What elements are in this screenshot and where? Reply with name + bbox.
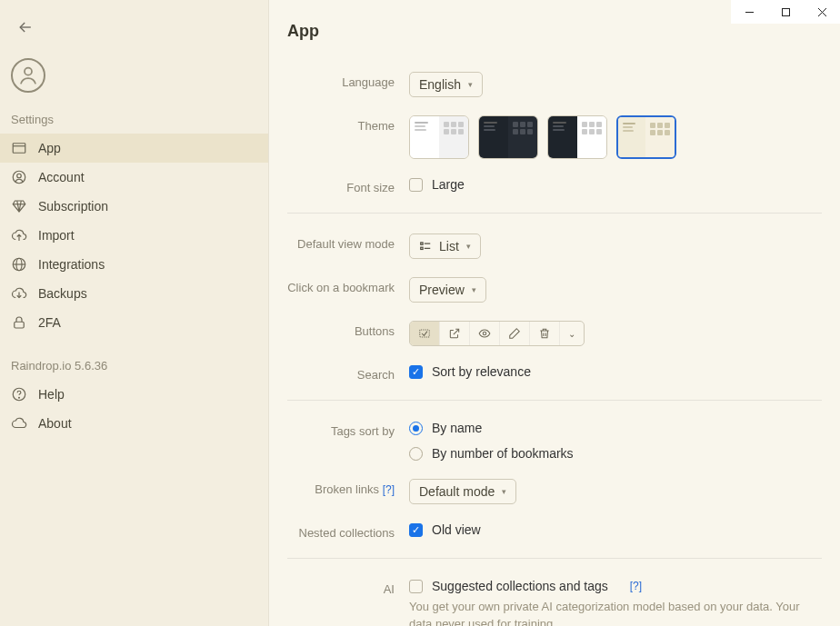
search-relevance-label: Sort by relevance bbox=[432, 364, 531, 379]
download-cloud-icon bbox=[11, 285, 27, 302]
cloud-icon bbox=[11, 415, 27, 432]
viewmode-select[interactable]: List▾ bbox=[409, 234, 481, 259]
ai-label: AI bbox=[287, 579, 409, 596]
clickbookmark-select[interactable]: Preview▾ bbox=[409, 277, 486, 303]
help-icon bbox=[11, 386, 27, 402]
svg-point-9 bbox=[17, 174, 22, 178]
theme-label: Theme bbox=[287, 115, 409, 133]
svg-point-17 bbox=[19, 397, 20, 398]
main-panel: App Language English▾ Theme bbox=[269, 0, 840, 626]
sidebar-item-label: Subscription bbox=[38, 199, 108, 214]
diamond-icon bbox=[11, 198, 27, 214]
tagssort-byname-label: By name bbox=[432, 421, 482, 435]
sidebar-item-label: 2FA bbox=[38, 315, 61, 330]
buttons-more-icon[interactable]: ⌄ bbox=[559, 322, 584, 345]
theme-sepia[interactable] bbox=[616, 115, 676, 159]
chevron-down-icon: ⌄ bbox=[568, 329, 575, 339]
buttons-label: Buttons bbox=[287, 321, 409, 338]
version-label: Raindrop.io 5.6.36 bbox=[0, 337, 268, 380]
sidebar-item-integrations[interactable]: Integrations bbox=[0, 250, 268, 279]
buttons-delete-icon[interactable] bbox=[529, 322, 559, 345]
sidebar-item-label: Help bbox=[38, 387, 65, 402]
brokenlinks-select[interactable]: Default mode▾ bbox=[409, 479, 516, 504]
nested-oldview-label: Old view bbox=[432, 522, 481, 537]
svg-rect-6 bbox=[13, 144, 25, 154]
sidebar-item-label: Account bbox=[38, 170, 85, 184]
avatar[interactable] bbox=[11, 58, 45, 93]
fontsize-label: Font size bbox=[287, 177, 409, 194]
back-button[interactable] bbox=[16, 18, 268, 36]
clickbookmark-label: Click on a bookmark bbox=[287, 277, 409, 294]
chevron-down-icon: ▾ bbox=[466, 242, 471, 251]
sidebar-item-about[interactable]: About bbox=[0, 409, 268, 438]
brokenlinks-label: Broken links [?] bbox=[287, 479, 409, 496]
globe-icon bbox=[11, 256, 27, 273]
tagssort-byname-radio[interactable] bbox=[409, 422, 423, 435]
search-label: Search bbox=[287, 364, 409, 382]
buttons-preview-icon[interactable] bbox=[469, 322, 499, 345]
svg-point-5 bbox=[25, 68, 32, 75]
nested-label: Nested collections bbox=[287, 522, 409, 540]
sidebar-item-app[interactable]: App bbox=[0, 134, 268, 163]
tagssort-bycount-label: By number of bookmarks bbox=[432, 446, 574, 461]
svg-rect-18 bbox=[421, 243, 423, 244]
brokenlinks-help[interactable]: [?] bbox=[383, 483, 395, 496]
sidebar-item-help[interactable]: Help bbox=[0, 380, 268, 409]
theme-light[interactable] bbox=[409, 115, 469, 159]
sidebar-item-label: About bbox=[38, 416, 72, 431]
buttons-open-icon[interactable] bbox=[439, 322, 469, 345]
svg-rect-1 bbox=[782, 8, 789, 15]
search-relevance-checkbox[interactable]: ✓ bbox=[409, 365, 423, 379]
svg-rect-20 bbox=[421, 247, 423, 249]
list-icon bbox=[419, 240, 432, 253]
upload-cloud-icon bbox=[11, 227, 27, 243]
nested-oldview-checkbox[interactable]: ✓ bbox=[409, 523, 423, 537]
language-select[interactable]: English▾ bbox=[409, 72, 483, 97]
theme-mixed[interactable] bbox=[547, 115, 607, 159]
ai-suggested-label: Suggested collections and tags bbox=[432, 579, 608, 593]
sidebar: Settings App Account Subscription Import… bbox=[0, 0, 269, 626]
ai-help[interactable]: [?] bbox=[630, 580, 642, 592]
sidebar-item-2fa[interactable]: 2FA bbox=[0, 308, 268, 337]
viewmode-label: Default view mode bbox=[287, 234, 409, 251]
chevron-down-icon: ▾ bbox=[502, 487, 506, 496]
buttons-select-icon[interactable] bbox=[410, 322, 439, 345]
window-close[interactable] bbox=[804, 0, 840, 24]
user-icon bbox=[11, 169, 27, 185]
chevron-down-icon: ▾ bbox=[468, 80, 473, 89]
sidebar-item-label: App bbox=[38, 141, 61, 155]
svg-rect-22 bbox=[420, 330, 430, 337]
buttons-group: ⌄ bbox=[409, 321, 585, 346]
sidebar-item-label: Integrations bbox=[38, 257, 105, 272]
window-icon bbox=[11, 140, 27, 156]
ai-suggested-checkbox[interactable] bbox=[409, 580, 423, 593]
sidebar-item-label: Backups bbox=[38, 286, 87, 301]
language-label: Language bbox=[287, 72, 409, 89]
tagssort-bycount-radio[interactable] bbox=[409, 447, 423, 461]
fontsize-large-checkbox[interactable] bbox=[409, 178, 423, 192]
svg-rect-15 bbox=[15, 322, 25, 328]
theme-dark[interactable] bbox=[478, 115, 538, 159]
window-maximize[interactable] bbox=[767, 0, 804, 24]
sidebar-item-backups[interactable]: Backups bbox=[0, 279, 268, 308]
sidebar-item-account[interactable]: Account bbox=[0, 163, 268, 192]
sidebar-item-import[interactable]: Import bbox=[0, 221, 268, 250]
sidebar-heading: Settings bbox=[0, 109, 268, 134]
ai-description: You get your own private AI categorizati… bbox=[409, 599, 809, 626]
svg-point-8 bbox=[13, 171, 25, 184]
page-title: App bbox=[287, 22, 822, 41]
sidebar-item-subscription[interactable]: Subscription bbox=[0, 192, 268, 221]
chevron-down-icon: ▾ bbox=[472, 285, 476, 294]
buttons-edit-icon[interactable] bbox=[499, 322, 529, 345]
window-minimize[interactable] bbox=[731, 0, 767, 24]
svg-point-23 bbox=[483, 332, 486, 335]
sidebar-item-label: Import bbox=[38, 228, 75, 243]
fontsize-large-label: Large bbox=[432, 177, 465, 192]
tagssort-label: Tags sort by bbox=[287, 421, 409, 438]
lock-icon bbox=[11, 314, 27, 331]
